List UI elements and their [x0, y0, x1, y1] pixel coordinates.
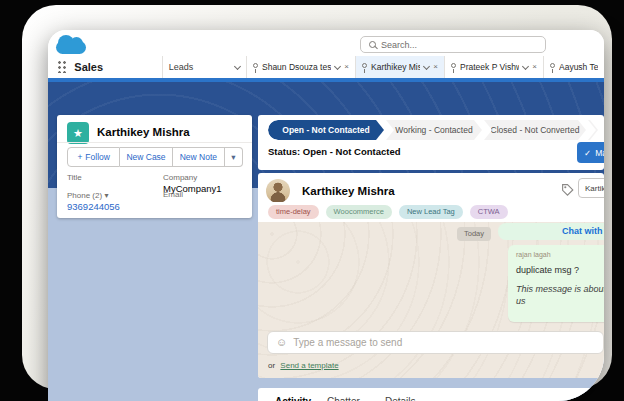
lead-icon: ★: [67, 122, 89, 144]
object-tab-leads[interactable]: Leads: [162, 56, 247, 78]
message-note-line1: This message is about your on: [516, 284, 604, 294]
status-text: Status: Open - Not Contacted: [268, 146, 400, 157]
close-icon[interactable]: ×: [532, 63, 537, 71]
chat-with-me-link[interactable]: Chat with me: [562, 226, 604, 236]
send-template-link[interactable]: Send a template: [280, 361, 338, 370]
tab-chatter[interactable]: Chatter: [327, 396, 360, 401]
workspace-tab-1[interactable]: Shaun Dsouza test |... ×: [247, 56, 356, 78]
console-content: ★ Karthikey Mishra + Follow New Case New…: [48, 82, 604, 401]
activity-panel: Activity Chatter Details New Task ▾: [258, 388, 604, 401]
title-label: Title: [67, 173, 82, 182]
tag-icon[interactable]: [561, 182, 574, 200]
search-input[interactable]: [381, 40, 537, 50]
phone-value-link[interactable]: 9369244056: [67, 201, 120, 212]
send-template-line: or Send a template: [268, 361, 339, 370]
follow-button[interactable]: + Follow: [67, 147, 120, 167]
workspace-tab-4[interactable]: Aayush Test |: [544, 56, 604, 78]
workspace-tab-2-active[interactable]: Karthikey Mishra | L... ×: [356, 56, 445, 78]
global-header: [48, 30, 604, 56]
phone-label[interactable]: Phone (2) ▾: [67, 191, 108, 200]
message-text: duplicate msg ?: [516, 265, 604, 275]
path-stage-working[interactable]: Working - Contacted: [386, 120, 482, 140]
mockup-stage: Sales Console Leads Shaun Dsouza test |.…: [0, 0, 624, 401]
new-case-button[interactable]: New Case: [120, 147, 172, 167]
chevron-down-icon[interactable]: [334, 62, 341, 69]
app-launcher-icon[interactable]: [57, 60, 68, 73]
pin-icon: [362, 63, 367, 68]
path-stage-closed[interactable]: Closed - Not Converted: [484, 120, 586, 140]
conversation-area: Today Chat with me rajan lagah duplicate…: [258, 222, 604, 378]
new-note-button[interactable]: New Note: [173, 147, 225, 167]
pin-icon: [253, 63, 258, 68]
tab-details[interactable]: Details: [385, 396, 416, 401]
whatsapp-chat-panel: Karthikey Mishra Kartikey M time-delay W…: [258, 173, 604, 378]
salesforce-window: Sales Console Leads Shaun Dsouza test |.…: [48, 30, 604, 401]
path-bar: Open - Not Contacted Working - Contacted…: [268, 120, 598, 140]
close-icon[interactable]: ×: [344, 63, 349, 71]
lead-highlights-card: ★ Karthikey Mishra + Follow New Case New…: [57, 115, 252, 218]
chevron-down-icon[interactable]: [423, 62, 430, 69]
mark-status-button[interactable]: ✓ Mark: [577, 142, 604, 163]
lead-name: Karthikey Mishra: [97, 126, 190, 138]
message-input-box[interactable]: ☺: [267, 331, 604, 354]
tag-pill[interactable]: New Lead Tag: [399, 205, 463, 219]
message-note-line2: us: [516, 296, 604, 306]
chevron-down-icon[interactable]: ▾: [104, 191, 108, 200]
owner-select-button[interactable]: Kartikey M: [578, 178, 604, 198]
salesforce-logo: [54, 35, 88, 55]
tab-activity[interactable]: Activity: [275, 396, 311, 401]
pin-icon: [550, 63, 555, 68]
message-sender: rajan lagah: [516, 251, 604, 258]
global-search[interactable]: [360, 36, 546, 53]
workspace-tab-3[interactable]: Prateek P Vishwaka... ×: [445, 56, 544, 78]
chevron-down-icon[interactable]: [234, 62, 241, 69]
chat-tags-row: time-delay Woocommerce New Lead Tag CTWA: [258, 202, 604, 222]
search-icon: [369, 41, 376, 48]
pin-icon: [451, 63, 456, 68]
check-icon: ✓: [584, 148, 591, 158]
console-navbar: Sales Console Leads Shaun Dsouza test |.…: [48, 56, 604, 78]
path-stage-open[interactable]: Open - Not Contacted: [268, 120, 384, 140]
tag-pill[interactable]: CTWA: [470, 205, 508, 219]
avatar: [266, 179, 290, 203]
record-actions: + Follow New Case New Note ▾: [67, 147, 243, 167]
date-chip: Today: [457, 227, 491, 241]
tag-pill[interactable]: Woocommerce: [326, 205, 392, 219]
message-input[interactable]: [293, 337, 595, 348]
email-label: Email: [163, 190, 183, 199]
message-bubble: rajan lagah duplicate msg ? This message…: [508, 245, 604, 322]
emoji-icon[interactable]: ☺: [276, 337, 287, 348]
more-actions-button[interactable]: ▾: [225, 147, 243, 167]
cta-bubble: Chat with me: [498, 223, 604, 240]
company-label: Company: [163, 173, 197, 182]
path-stage-next[interactable]: [588, 120, 598, 140]
app-name: Sales Console: [74, 56, 139, 78]
close-icon[interactable]: ×: [433, 63, 438, 71]
sales-path-panel: Open - Not Contacted Working - Contacted…: [258, 115, 604, 170]
tag-pill[interactable]: time-delay: [268, 205, 319, 219]
chevron-down-icon[interactable]: [522, 62, 529, 69]
chat-contact-name: Karthikey Mishra: [302, 185, 395, 197]
plus-icon: +: [77, 152, 82, 162]
